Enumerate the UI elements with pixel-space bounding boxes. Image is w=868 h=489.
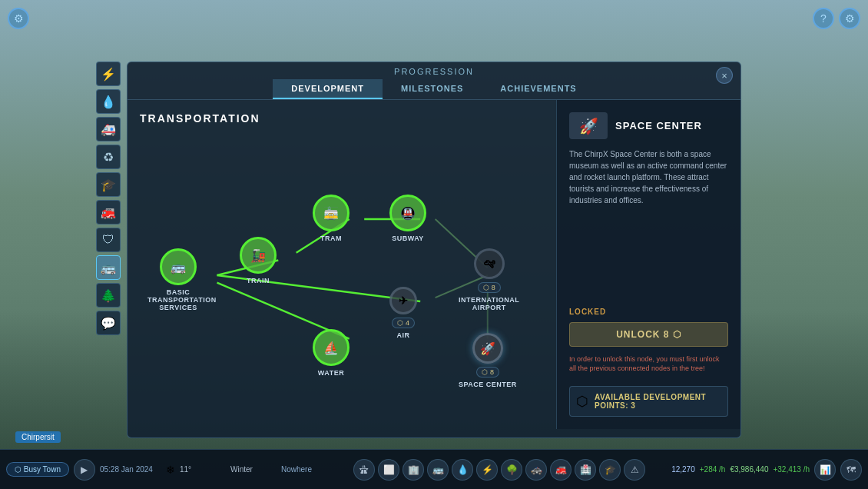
unlock-note: In order to unlock this node, you must f… [569, 354, 728, 374]
tool-disaster[interactable]: ⚠ [624, 459, 645, 481]
tool-water[interactable]: 💧 [452, 459, 473, 481]
tool-health[interactable]: 🏥 [575, 459, 596, 481]
pop-change: +284 /h [700, 465, 726, 474]
weather-icon: ❄ [166, 464, 175, 476]
location: Nowhere [281, 465, 327, 474]
tool-power[interactable]: ⚡ [476, 459, 498, 481]
sidebar-item-comms[interactable]: 💬 [96, 311, 121, 335]
chirpersit-label: Chirpersit [15, 431, 61, 443]
top-right-icon-group: ? ⚙ [813, 8, 860, 29]
temperature: 11° [180, 465, 226, 474]
unlock-label: UNLOCK 8 [616, 329, 669, 340]
tab-development[interactable]: DEVELOPMENT [273, 79, 383, 99]
dev-points-icon: ⬡ [576, 393, 588, 410]
season: Winter [230, 465, 277, 474]
node-circle-tram: 🚋 [313, 195, 350, 231]
node-water[interactable]: ⛵ WATER [313, 329, 350, 377]
progression-panel: PROGRESSION × DEVELOPMENT MILESTONES ACH… [127, 62, 741, 438]
tool-parks[interactable]: 🌳 [501, 459, 522, 481]
node-air[interactable]: ✈ ⬡4 AIR [389, 287, 417, 339]
bottom-bar: ⬡ Busy Town ▶ 05:28 Jan 2024 ❄ 11° Winte… [0, 449, 868, 489]
node-label-water: WATER [318, 369, 344, 377]
coin-icon: ⬡ [673, 329, 681, 340]
close-button[interactable]: × [716, 67, 733, 84]
node-circle-train: 🚂 [240, 237, 277, 274]
info-symbol: ⚙ [14, 12, 24, 25]
sidebar-item-fire[interactable]: 🚒 [96, 200, 121, 225]
tab-milestones[interactable]: MILESTONES [383, 79, 482, 99]
help-icon-button[interactable]: ? [813, 8, 834, 29]
settings-icon-button[interactable]: ⚙ [839, 8, 860, 29]
node-circle-space: 🚀 [472, 333, 503, 364]
money: €3,986,440 [730, 465, 768, 474]
city-badge-name: Busy Town [24, 465, 61, 474]
node-circle-basic: 🚌 [160, 248, 197, 285]
node-cost-airport: ⬡8 [478, 282, 501, 293]
tool-fire[interactable]: 🚒 [550, 459, 571, 481]
panel-title: PROGRESSION [128, 67, 740, 76]
toolbar-icons: 🛣 ⬜ 🏢 🚌 💧 ⚡ 🌳 🚓 🚒 🏥 🎓 ⚠ [332, 459, 667, 481]
node-label-space: SPACE CENTER [459, 381, 517, 388]
detail-header: 🚀 SPACE CENTER [569, 112, 728, 139]
detail-section: 🚀 SPACE CENTER The ChirpX Space Center i… [556, 100, 740, 429]
tree-section: TRANSPORTATION [128, 100, 556, 429]
dev-points-text: AVAILABLE DEVELOPMENT POINTS: 3 [595, 393, 721, 410]
play-button[interactable]: ▶ [74, 459, 95, 481]
node-train[interactable]: 🚂 TRAIN [240, 237, 277, 284]
node-subway[interactable]: 🚇 SUBWAY [389, 195, 426, 242]
sidebar-item-garbage[interactable]: ♻ [96, 145, 121, 169]
node-label-train: TRAIN [247, 277, 270, 284]
node-circle-subway: 🚇 [389, 195, 426, 231]
detail-icon: 🚀 [569, 112, 608, 139]
sidebar-item-education[interactable]: 🎓 [96, 172, 121, 197]
tool-zone[interactable]: ⬜ [378, 459, 399, 481]
stats-button[interactable]: 📊 [814, 459, 836, 481]
tool-police[interactable]: 🚓 [525, 459, 547, 481]
node-label-air: AIR [397, 331, 410, 339]
sidebar-item-transport[interactable]: 🚌 [96, 255, 121, 280]
panel-body: TRANSPORTATION [128, 100, 740, 429]
node-label-subway: SUBWAY [392, 235, 424, 242]
city-badge-level: ⬡ [15, 465, 24, 474]
sidebar-item-water[interactable]: 💧 [96, 89, 121, 114]
money-change: +32,413 /h [773, 465, 810, 474]
node-circle-water: ⛵ [313, 329, 350, 366]
panel-tabs: DEVELOPMENT MILESTONES ACHIEVEMENTS [128, 79, 740, 100]
locked-badge: LOCKED [569, 308, 728, 316]
node-cost-air: ⬡4 [392, 318, 415, 328]
sidebar-item-health[interactable]: 🚑 [96, 117, 121, 141]
city-badge: ⬡ Busy Town [6, 462, 69, 477]
map-button[interactable]: 🗺 [840, 459, 862, 481]
tool-service[interactable]: 🏢 [403, 459, 424, 481]
detail-description: The ChirpX Space Center is both a space … [569, 148, 728, 295]
node-international-airport[interactable]: 🛩 ⬡8 INTERNATIONALAIRPORT [459, 248, 519, 311]
node-basic[interactable]: 🚌 BASIC TRANSPORTATIONSERVICES [147, 248, 209, 311]
node-circle-airport: 🛩 [474, 248, 505, 279]
tree-canvas: 🚌 BASIC TRANSPORTATIONSERVICES 🚂 TRAIN 🚋… [140, 137, 544, 414]
node-tram[interactable]: 🚋 TRAM [313, 195, 350, 242]
population: 12,270 [671, 465, 695, 474]
top-left-info-icon[interactable]: ⚙ [8, 8, 29, 29]
node-label-tram: TRAM [320, 235, 342, 242]
sidebar-item-electricity[interactable]: ⚡ [96, 62, 121, 86]
node-cost-space: ⬡8 [476, 367, 499, 378]
sidebar-item-police[interactable]: 🛡 [96, 228, 121, 252]
node-circle-air: ✈ [389, 287, 417, 314]
node-label-basic: BASIC TRANSPORTATIONSERVICES [147, 288, 209, 311]
tool-education[interactable]: 🎓 [599, 459, 621, 481]
detail-title: SPACE CENTER [615, 120, 702, 131]
unlock-button[interactable]: UNLOCK 8 ⬡ [569, 322, 728, 347]
dev-points-bar: ⬡ AVAILABLE DEVELOPMENT POINTS: 3 [569, 386, 728, 417]
tool-road[interactable]: 🛣 [353, 459, 375, 481]
section-title: TRANSPORTATION [140, 112, 544, 125]
sidebar-item-parks[interactable]: 🌲 [96, 283, 121, 308]
node-label-airport: INTERNATIONALAIRPORT [459, 296, 519, 311]
bottom-time: 05:28 Jan 2024 [100, 465, 161, 474]
sidebar: ⚡ 💧 🚑 ♻ 🎓 🚒 🛡 🚌 🌲 💬 [0, 62, 127, 335]
tab-achievements[interactable]: ACHIEVEMENTS [482, 79, 595, 99]
node-space-center[interactable]: 🚀 ⬡8 SPACE CENTER [459, 333, 517, 388]
tool-transit[interactable]: 🚌 [427, 459, 449, 481]
panel-header: PROGRESSION × DEVELOPMENT MILESTONES ACH… [128, 62, 740, 100]
